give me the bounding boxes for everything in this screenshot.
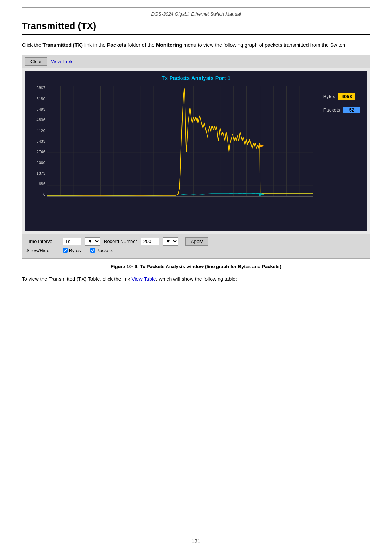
y-label-8: 5493 — [29, 108, 45, 112]
time-interval-label: Time Interval — [26, 239, 59, 244]
y-label-10: 6867 — [29, 86, 45, 90]
intro-paragraph: Click the Transmitted (TX) link in the P… — [22, 41, 370, 49]
tx-analysis-panel: Clear View Table Tx Packets Analysis Por… — [22, 55, 370, 259]
y-label-9: 6180 — [29, 97, 45, 101]
y-label-0: 0 — [29, 193, 45, 197]
intro-bold2: Packets — [107, 42, 126, 48]
y-label-1: 686 — [29, 182, 45, 186]
bytes-checkbox[interactable] — [63, 248, 68, 253]
page-number: 121 — [192, 538, 200, 544]
legend-packets-label: Packets — [323, 107, 340, 113]
intro-bold1: Transmitted (TX) — [43, 42, 83, 48]
time-interval-input[interactable] — [63, 238, 81, 245]
legend-bytes-label: Bytes — [323, 94, 335, 99]
svg-marker-29 — [259, 193, 265, 196]
chart-container: Tx Packets Analysis Port 1 0 686 1373 20… — [25, 71, 367, 231]
time-interval-select[interactable]: ▼ — [85, 237, 100, 246]
y-label-4: 2746 — [29, 150, 45, 154]
svg-marker-28 — [259, 144, 265, 148]
panel-controls: Time Interval ▼ Record Number ▼ Apply Sh… — [22, 234, 370, 258]
legend-bytes-value: 4058 — [338, 93, 355, 100]
view-table-button[interactable]: View Table — [48, 58, 76, 65]
intro-bold3: Monitoring — [156, 42, 182, 48]
show-hide-label: Show/Hide — [26, 248, 59, 253]
packets-label: Packets — [97, 248, 113, 253]
legend-packets: Packets 52 — [323, 107, 360, 113]
chart-title: Tx Packets Analysis Port 1 — [25, 71, 367, 82]
panel-toolbar: Clear View Table — [22, 55, 370, 68]
page-title: Transmitted (TX) — [22, 20, 370, 35]
chart-svg — [47, 86, 313, 196]
packets-checkbox-label[interactable]: Packets — [90, 248, 113, 253]
view-table-link[interactable]: View Table — [131, 276, 156, 282]
body-text: To view the Transmitted (TX) Table, clic… — [22, 275, 370, 283]
legend-bytes: Bytes 4058 — [323, 93, 360, 100]
controls-row-1: Time Interval ▼ Record Number ▼ Apply — [26, 237, 366, 246]
y-label-2: 1373 — [29, 171, 45, 175]
record-number-select[interactable]: ▼ — [163, 237, 178, 246]
y-label-3: 2060 — [29, 161, 45, 165]
legend-packets-value: 52 — [343, 107, 360, 113]
record-number-label: Record Number — [104, 239, 137, 244]
apply-button[interactable]: Apply — [185, 237, 208, 246]
packets-checkbox[interactable] — [90, 248, 95, 253]
controls-row-2: Show/Hide Bytes Packets — [26, 248, 366, 253]
clear-button[interactable]: Clear — [25, 57, 47, 66]
bytes-checkbox-label[interactable]: Bytes — [63, 248, 81, 253]
figure-caption: Figure 10- 6. Tx Packets Analysis window… — [22, 264, 370, 269]
y-label-6: 4120 — [29, 129, 45, 133]
record-number-input[interactable] — [141, 238, 159, 245]
bytes-label: Bytes — [69, 248, 81, 253]
page-header: DGS-3024 Gigabit Ethernet Switch Manual — [22, 11, 370, 17]
y-label-5: 3433 — [29, 139, 45, 143]
y-label-7: 4806 — [29, 118, 45, 122]
